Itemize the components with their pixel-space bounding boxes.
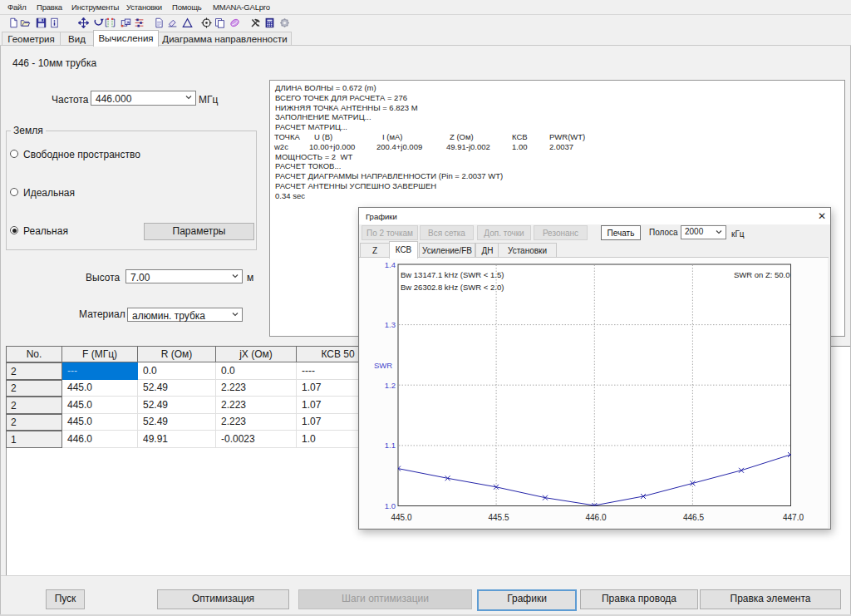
svg-text:446.0: 446.0 bbox=[585, 513, 606, 522]
svg-text:445.0: 445.0 bbox=[391, 513, 411, 522]
svg-text:Bw 26302.8 kHz (SWR < 2.0): Bw 26302.8 kHz (SWR < 2.0) bbox=[401, 283, 504, 292]
svg-text:447.0: 447.0 bbox=[783, 513, 804, 522]
svg-text:SWR: SWR bbox=[374, 361, 392, 370]
svg-text:1.3: 1.3 bbox=[385, 320, 396, 329]
svg-text:1.1: 1.1 bbox=[385, 441, 396, 450]
svg-text:1.2: 1.2 bbox=[385, 381, 396, 390]
svg-text:Bw 13147.1 kHz (SWR < 1.5): Bw 13147.1 kHz (SWR < 1.5) bbox=[401, 270, 504, 279]
svg-text:1.0: 1.0 bbox=[385, 501, 396, 510]
svg-text:446.5: 446.5 bbox=[683, 513, 704, 522]
svg-text:SWR on Z: 50.0: SWR on Z: 50.0 bbox=[734, 270, 790, 279]
svg-text:1.4: 1.4 bbox=[385, 260, 396, 269]
svg-text:445.5: 445.5 bbox=[488, 513, 509, 522]
